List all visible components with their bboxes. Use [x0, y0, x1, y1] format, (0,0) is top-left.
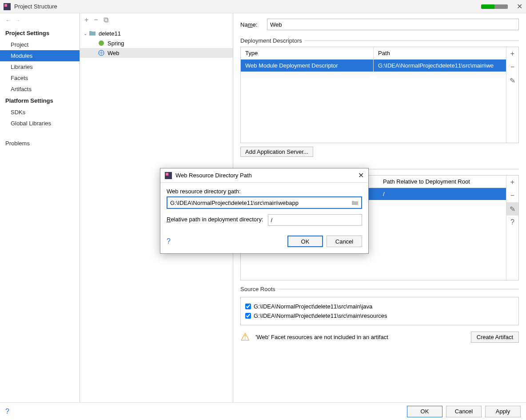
- app-icon: [4, 3, 11, 10]
- window-controls: ✕: [481, 2, 522, 11]
- nav-arrows: ← →: [0, 17, 80, 27]
- sidebar-item-libraries[interactable]: Libraries: [0, 61, 80, 72]
- source-root-row[interactable]: G:\IDEA\NormalProject\delete11\src\main\…: [245, 311, 514, 320]
- cancel-button[interactable]: Cancel: [327, 236, 362, 247]
- add-icon[interactable]: +: [506, 47, 518, 60]
- table-header: Type Path: [241, 47, 506, 60]
- sidebar: ← → Project Settings Project Modules Lib…: [0, 13, 80, 402]
- svg-point-2: [99, 40, 104, 46]
- sidebar-item-global-libraries[interactable]: Global Libraries: [0, 118, 80, 129]
- section-platform-settings: Platform Settings: [0, 95, 80, 107]
- table-empty-space: [241, 72, 506, 143]
- source-root-path: G:\IDEA\NormalProject\delete11\src\main\…: [254, 312, 387, 319]
- section-project-settings: Project Settings: [0, 27, 80, 39]
- warning-icon: ⚠: [240, 331, 250, 343]
- remove-icon[interactable]: −: [94, 16, 98, 24]
- deployment-descriptors-table: Type Path Web Module Deployment Descript…: [240, 47, 519, 143]
- back-icon[interactable]: ←: [5, 17, 11, 24]
- chevron-down-icon[interactable]: ⌄: [84, 31, 89, 36]
- path-input[interactable]: [167, 197, 349, 208]
- help-icon[interactable]: ?: [167, 237, 171, 245]
- ok-button[interactable]: OK: [287, 236, 323, 247]
- folder-icon: [89, 30, 96, 37]
- source-roots-legend: Source Roots: [240, 286, 278, 292]
- module-tree: ⌄ delete11 Spring Web: [80, 27, 233, 60]
- ok-button[interactable]: OK: [407, 406, 442, 417]
- sidebar-item-facets[interactable]: Facets: [0, 72, 80, 84]
- col-type-header[interactable]: Type: [241, 47, 374, 59]
- table-row[interactable]: Web Module Deployment Descriptor G:\IDEA…: [241, 60, 506, 72]
- edit-icon[interactable]: ✎: [506, 202, 518, 216]
- close-icon[interactable]: ✕: [358, 171, 364, 180]
- deployment-descriptors-legend: Deployment Descriptors: [240, 37, 305, 44]
- dialog-footer: ? OK Cancel Apply: [0, 402, 526, 420]
- titlebar: Project Structure ✕: [0, 0, 526, 13]
- side-buttons: + − ✎: [506, 47, 518, 143]
- modal-titlebar: Web Resource Directory Path ✕: [160, 168, 368, 183]
- deployment-descriptors-fieldset: Deployment Descriptors Type Path Web Mod…: [240, 37, 519, 160]
- cell-path: G:\IDEA\NormalProject\delete11\src\main\…: [374, 60, 506, 72]
- tree-node-web[interactable]: Web: [80, 48, 233, 58]
- svg-rect-1: [4, 4, 7, 7]
- col-rel-header[interactable]: Path Relative to Deployment Root: [379, 176, 506, 188]
- add-icon[interactable]: +: [506, 176, 518, 189]
- modal-body: Web resource directory path: Relative pa…: [160, 183, 368, 231]
- name-label: Name:: [240, 21, 267, 28]
- copy-icon[interactable]: ⧉: [104, 16, 108, 24]
- tree-label: Spring: [108, 40, 124, 47]
- source-roots-list: G:\IDEA\NormalProject\delete11\src\main\…: [240, 297, 519, 325]
- relative-path-row: Relative path in deployment directory:: [167, 214, 362, 226]
- source-root-path: G:\IDEA\NormalProject\delete11\src\main\…: [254, 303, 372, 310]
- source-root-checkbox[interactable]: [245, 313, 251, 319]
- close-icon[interactable]: ✕: [517, 2, 522, 11]
- sidebar-item-project[interactable]: Project: [0, 39, 80, 50]
- tree-label: Web: [108, 50, 120, 56]
- name-input[interactable]: [267, 19, 519, 30]
- col-path-header[interactable]: Path: [374, 47, 506, 59]
- modal-title: Web Resource Directory Path: [175, 172, 358, 179]
- add-icon[interactable]: +: [84, 16, 88, 24]
- help-icon[interactable]: ?: [506, 216, 518, 229]
- edit-icon[interactable]: ✎: [506, 74, 518, 87]
- side-buttons: + − ✎ ?: [506, 176, 518, 280]
- tree-node-delete11[interactable]: ⌄ delete11: [80, 28, 233, 38]
- relative-path-input[interactable]: [268, 214, 362, 226]
- window-title: Project Structure: [14, 3, 481, 10]
- tree-label: delete11: [99, 30, 121, 37]
- forward-icon[interactable]: →: [15, 17, 20, 24]
- spring-icon: [98, 40, 105, 47]
- tree-toolbar: + − ⧉: [80, 13, 233, 27]
- cell-rel: /: [379, 188, 506, 200]
- source-root-row[interactable]: G:\IDEA\NormalProject\delete11\src\main\…: [245, 302, 514, 311]
- web-icon: [98, 49, 105, 56]
- relative-path-label: Relative path in deployment directory:: [167, 216, 263, 223]
- path-input-wrap: [167, 196, 362, 209]
- sidebar-item-sdks[interactable]: SDKs: [0, 107, 80, 118]
- create-artifact-button[interactable]: Create Artifact: [471, 332, 519, 343]
- tree-node-spring[interactable]: Spring: [80, 38, 233, 48]
- sidebar-item-modules[interactable]: Modules: [0, 50, 80, 61]
- add-app-server-button[interactable]: Add Application Server...: [240, 147, 313, 157]
- cancel-button[interactable]: Cancel: [446, 406, 482, 417]
- name-field-row: Name:: [240, 19, 519, 30]
- warning-text: 'Web' Facet resources are not included i…: [255, 334, 388, 340]
- source-root-checkbox[interactable]: [245, 304, 251, 309]
- browse-icon[interactable]: [349, 197, 361, 208]
- cell-type: Web Module Deployment Descriptor: [241, 60, 374, 72]
- sidebar-item-problems[interactable]: Problems: [0, 138, 80, 149]
- remove-icon[interactable]: −: [506, 189, 518, 202]
- web-resource-dialog: Web Resource Directory Path ✕ Web resour…: [160, 168, 369, 254]
- modal-footer: ? OK Cancel: [160, 231, 368, 253]
- sidebar-item-artifacts[interactable]: Artifacts: [0, 84, 80, 95]
- path-label: Web resource directory path:: [167, 188, 362, 195]
- remove-icon[interactable]: −: [506, 60, 518, 74]
- help-icon[interactable]: ?: [5, 408, 9, 416]
- source-roots-fieldset: Source Roots G:\IDEA\NormalProject\delet…: [240, 286, 519, 325]
- warning-row: ⚠ 'Web' Facet resources are not included…: [240, 331, 519, 343]
- memory-indicator[interactable]: [481, 4, 508, 9]
- app-icon: [165, 172, 172, 179]
- svg-rect-5: [166, 173, 168, 176]
- apply-button[interactable]: Apply: [485, 406, 521, 417]
